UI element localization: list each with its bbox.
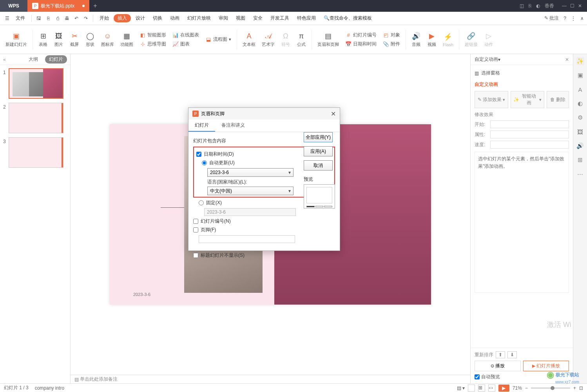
select-pane-button[interactable]: ▥选择窗格 xyxy=(475,68,569,78)
new-tab-button[interactable]: + xyxy=(89,0,101,12)
property-select[interactable] xyxy=(490,131,569,138)
notification-icon[interactable]: ◫ xyxy=(520,3,524,9)
sorter-view-button[interactable]: ⊞ xyxy=(478,385,485,392)
dialog-titlebar[interactable]: P 页眉和页脚 ✕ xyxy=(188,108,340,120)
no-show-title-checkbox[interactable]: 标题幻灯片不显示(S) xyxy=(193,252,335,259)
new-slide-button[interactable]: ▣新建幻灯片 xyxy=(3,30,29,49)
reading-view-button[interactable]: ▭ xyxy=(488,385,495,392)
dialog-close-button[interactable]: ✕ xyxy=(331,110,336,118)
sidebar-template-icon[interactable]: ▣ xyxy=(576,71,584,79)
undo-icon[interactable]: ↶ xyxy=(72,15,80,22)
chart-button[interactable]: 📈图表 xyxy=(170,40,201,48)
minimize-button[interactable]: — xyxy=(562,4,567,8)
apply-all-button[interactable]: 全部应用(Y) xyxy=(304,132,333,142)
fit-button[interactable]: ⊡ xyxy=(579,385,583,391)
tab-animation[interactable]: 动画 xyxy=(167,13,183,23)
sidebar-more-icon[interactable]: ⋯ xyxy=(576,170,584,178)
sidebar-audio-icon[interactable]: 🔊 xyxy=(576,142,584,150)
apply-button[interactable]: 应用(A) xyxy=(304,146,333,156)
sidebar-cloud-icon[interactable]: ◐ xyxy=(576,100,584,107)
slide-number-checkbox[interactable]: 幻灯片编号(N) xyxy=(193,218,335,225)
start-select[interactable] xyxy=(490,120,569,128)
add-effect-button[interactable]: ✎添加效果 ▾ xyxy=(475,91,508,108)
cancel-button[interactable]: 取消 xyxy=(304,160,333,171)
date-combo[interactable]: 2023-3-6 xyxy=(207,168,294,177)
tab-devtools[interactable]: 开发工具 xyxy=(267,13,292,23)
audio-button[interactable]: 🔊音频 xyxy=(409,30,423,49)
screenshot-button[interactable]: ✂截屏 xyxy=(67,30,82,49)
tab-notes[interactable]: 备注和讲义 xyxy=(215,120,251,132)
tab-slideshow[interactable]: 幻灯片放映 xyxy=(184,13,214,23)
user-avatar-icon[interactable]: ◐ xyxy=(536,3,540,9)
smart-anim-button[interactable]: ✨智能动画 ▾ xyxy=(511,91,544,108)
picture-button[interactable]: 🖼图片 xyxy=(52,30,66,49)
slide-thumb-3[interactable]: 3 xyxy=(3,137,67,168)
hamburger-icon[interactable]: ☰ xyxy=(3,15,11,22)
slides-tab[interactable]: 幻灯片 xyxy=(45,55,67,64)
video-button[interactable]: ▶视频 xyxy=(425,30,439,49)
tab-start[interactable]: 开始 xyxy=(96,13,112,23)
notes-area[interactable]: ▤ 单击此处添加备注 xyxy=(71,375,470,383)
delete-button[interactable]: 🗑删除 xyxy=(547,91,569,108)
outline-tab[interactable]: 大纲 xyxy=(25,55,42,64)
flowchart-button[interactable]: ⬓流程图 ▾ xyxy=(203,35,234,44)
tab-view[interactable]: 视图 xyxy=(233,13,248,23)
tab-slide[interactable]: 幻灯片 xyxy=(188,120,215,132)
collapse-panel-button[interactable]: « xyxy=(3,57,6,62)
sidebar-text-icon[interactable]: A xyxy=(576,85,584,93)
tab-review[interactable]: 审阅 xyxy=(216,13,231,23)
move-up-button[interactable]: ⬆ xyxy=(496,351,505,358)
textbox-button[interactable]: A文本框 xyxy=(240,30,258,49)
print-preview-icon[interactable]: 🖶 xyxy=(63,15,71,22)
redo-icon[interactable]: ↷ xyxy=(82,15,90,22)
user-name[interactable]: 香香 xyxy=(545,3,554,9)
speed-select[interactable] xyxy=(490,141,569,149)
tab-transition[interactable]: 切换 xyxy=(150,13,165,23)
collapse-ribbon[interactable]: ∧ xyxy=(580,16,584,21)
close-button[interactable]: ✕ xyxy=(578,4,582,8)
more-button[interactable]: ⋮ xyxy=(571,16,576,21)
fixed-date-input[interactable]: 2023-3-6 xyxy=(204,208,296,216)
play-button[interactable]: ⊙ 播放 xyxy=(475,361,521,371)
play-slideshow-button[interactable]: ▶ xyxy=(498,385,509,392)
formula-button[interactable]: π公式 xyxy=(294,30,308,49)
footer-input[interactable] xyxy=(199,235,295,243)
tab-insert[interactable]: 插入 xyxy=(114,14,131,22)
slide-thumb-2[interactable]: 2 xyxy=(3,103,67,133)
help-button[interactable]: ? xyxy=(563,16,566,21)
sidebar-grid-icon[interactable]: ⊞ xyxy=(576,156,584,164)
move-down-button[interactable]: ⬇ xyxy=(507,351,517,358)
document-tab[interactable]: P 极光下载站.pptx xyxy=(27,0,89,12)
tab-security[interactable]: 安全 xyxy=(250,13,266,23)
panel-close-button[interactable]: ✕ xyxy=(565,57,569,62)
slide-thumb-1[interactable]: 1 xyxy=(3,68,67,99)
symbol-button[interactable]: Ω符号 xyxy=(279,30,293,49)
annotate-button[interactable]: ✎ 批注 xyxy=(544,15,559,22)
iconlib-button[interactable]: ☺图标库 xyxy=(99,30,116,49)
sidebar-image-icon[interactable]: 🖼 xyxy=(576,128,584,136)
print-icon[interactable]: ⎙ xyxy=(54,15,62,22)
notes-toggle[interactable]: ▤ ▾ xyxy=(457,385,465,391)
smart-graphic-button[interactable]: ◧智能图形 xyxy=(137,31,168,39)
file-menu[interactable]: 文件 xyxy=(13,13,28,23)
mindmap-button[interactable]: ⊹思维导图 xyxy=(137,40,168,48)
slide-number-button[interactable]: #幻灯片编号 xyxy=(343,31,379,39)
shape-button[interactable]: ◯形状 xyxy=(83,30,97,49)
language-combo[interactable]: 中文(中国) xyxy=(207,187,294,195)
zoom-in-button[interactable]: + xyxy=(573,385,576,391)
sidebar-sparkle-icon[interactable]: ✨ xyxy=(576,57,584,65)
attachment-button[interactable]: 📎附件 xyxy=(380,40,402,48)
wordart-button[interactable]: 𝒜艺术字 xyxy=(259,30,277,49)
zoom-out-button[interactable]: − xyxy=(525,385,528,391)
maximize-button[interactable]: ☐ xyxy=(570,4,574,8)
flash-button[interactable]: ⚡Flash xyxy=(440,31,456,49)
funcchart-button[interactable]: ▦功能图 xyxy=(118,30,136,49)
tab-design[interactable]: 设计 xyxy=(132,13,148,23)
object-button[interactable]: ◰对象 xyxy=(380,31,402,39)
normal-view-button[interactable] xyxy=(468,385,475,392)
date-time-button[interactable]: 📅日期和时间 xyxy=(343,40,379,48)
search-command[interactable]: 🔍查找命令、搜索模板 xyxy=(321,13,375,23)
footer-checkbox[interactable]: 页脚(F) xyxy=(193,227,335,233)
table-button[interactable]: ⊞表格 xyxy=(36,30,50,49)
save-icon[interactable]: 🖫 xyxy=(35,15,43,22)
